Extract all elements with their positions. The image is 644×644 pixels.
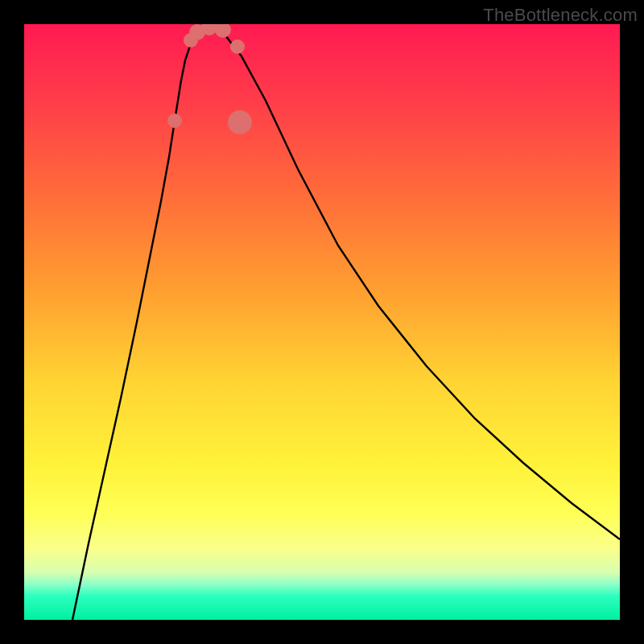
curve-right-branch — [209, 27, 620, 539]
curve-left-branch — [72, 27, 209, 620]
watermark-text: TheBottleneck.com — [483, 5, 638, 26]
marker-dot — [228, 110, 252, 134]
marker-dot — [215, 24, 231, 38]
bottleneck-curve — [24, 24, 620, 620]
marker-dot — [167, 114, 182, 128]
marker-dot — [230, 39, 245, 54]
plot-frame — [24, 24, 620, 620]
marker-cluster — [167, 24, 252, 134]
